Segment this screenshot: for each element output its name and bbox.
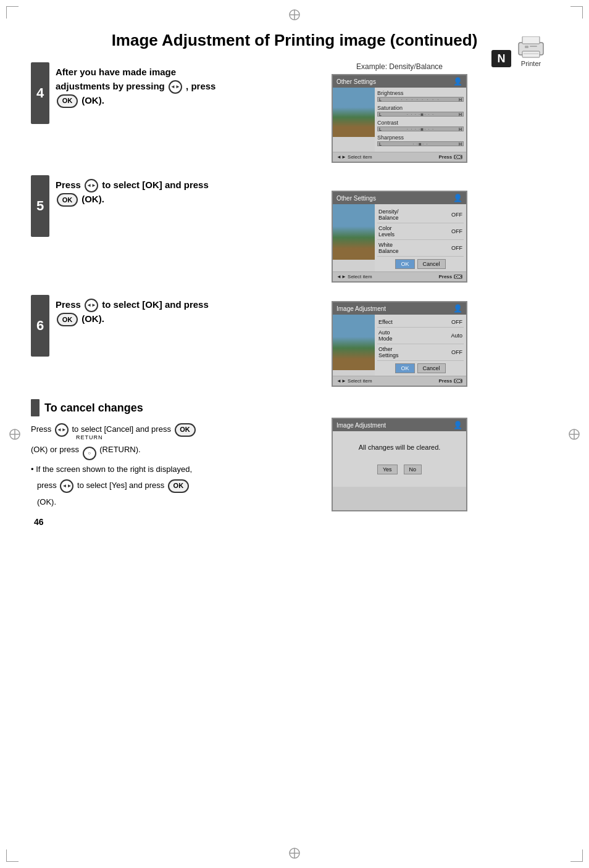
screen-density-header: Other Settings 👤 <box>333 75 466 88</box>
cancel-right: Image Adjustment 👤 All changes will be c… <box>241 399 558 511</box>
cancel-text4: (RETURN). <box>99 444 140 453</box>
footer-select: ◄► Select item <box>336 154 372 160</box>
cancel-bullet1-text: If the screen shown to the right is disp… <box>36 465 192 474</box>
step5-container: 5 Press ◄► to select [OK] and press OK (… <box>31 175 558 283</box>
screen-cancel-header: Image Adjustment 👤 <box>333 419 466 431</box>
photo-thumbnail3 <box>333 315 375 370</box>
cancel-confirm-buttons: Yes No <box>377 465 422 474</box>
cancel-section: To cancel changes Press ◄► to select [Ca… <box>31 399 558 511</box>
step6: 6 Press ◄► to select [OK] and press OK (… <box>31 295 228 357</box>
nav-button-cancel2[interactable]: ◄► <box>60 479 73 493</box>
footer-press-ok: Press OK <box>438 154 462 160</box>
cancel-heading: To cancel changes <box>31 399 228 416</box>
screen-other-settings2: Other Settings 👤 Density/Balance OFF Col… <box>332 191 467 283</box>
nav-button-cancel[interactable]: ◄► <box>55 423 69 437</box>
contrast-row: Contrast L · · · ·■· · · H <box>377 120 464 131</box>
cancel-text3: (OK) or press <box>31 444 79 453</box>
corner-mark-br <box>570 849 583 862</box>
cancel-left: To cancel changes Press ◄► to select [Ca… <box>31 399 228 511</box>
nav-button-step4[interactable]: ◄► <box>169 80 182 94</box>
step6-screen-area: Image Adjustment 👤 Effect OFF AutoMode A… <box>241 295 558 387</box>
ok-menu-btn3[interactable]: OK <box>395 363 414 373</box>
saturation-row: Saturation L · · · ·■· · · H <box>377 105 464 117</box>
step5: 5 Press ◄► to select [OK] and press OK (… <box>31 175 228 237</box>
auto-mode-row: AutoMode Auto <box>377 328 464 344</box>
ok-button-step4[interactable]: OK <box>57 94 78 108</box>
screen-other-settings2-body: Density/Balance OFF ColorLevels OFF Whit… <box>333 204 466 271</box>
footer-press-ok2: Press OK <box>438 274 462 279</box>
footer-select3: ◄► Select item <box>336 378 372 384</box>
step6-line2: to select [OK] and press <box>102 299 209 310</box>
cancel-menu-btn3[interactable]: Cancel <box>417 363 446 373</box>
step6-text: Press ◄► to select [OK] and press OK (OK… <box>56 295 228 326</box>
screen-other-settings2-title: Other Settings <box>336 195 376 202</box>
menu-buttons3: OK Cancel <box>377 363 464 373</box>
step4-line3: , press <box>186 81 215 91</box>
screen-other-settings2-header: Other Settings 👤 <box>333 192 466 204</box>
screen-img-adj-title: Image Adjustment <box>336 305 386 312</box>
step4-container: 4 After you have made image adjustments … <box>31 62 558 163</box>
step4: 4 After you have made image adjustments … <box>31 62 228 124</box>
step4-screen-area: Example: Density/Balance Other Settings … <box>241 62 558 163</box>
ok-button-cancel[interactable]: OK <box>175 423 196 437</box>
svg-rect-15 <box>525 46 528 48</box>
other-settings-row: OtherSettings OFF <box>377 344 464 361</box>
step4-text: After you have made image adjustments by… <box>56 62 228 108</box>
person-icon3: 👤 <box>453 304 462 313</box>
ok-button-cancel2[interactable]: OK <box>168 479 189 493</box>
corner-mark-bl <box>6 849 19 862</box>
nav-button-step6[interactable]: ◄► <box>85 299 98 312</box>
example-label: Example: Density/Balance <box>356 62 443 71</box>
step4-line2: adjustments by pressing <box>56 81 167 91</box>
svg-rect-16 <box>530 46 537 47</box>
step6-container: 6 Press ◄► to select [OK] and press OK (… <box>31 295 558 387</box>
cancel-bullet2: press <box>37 481 57 490</box>
ok-menu-btn[interactable]: OK <box>395 259 414 269</box>
screen-img-adj-header: Image Adjustment 👤 <box>333 302 466 315</box>
step5-number: 5 <box>31 175 49 237</box>
nav-button-step5[interactable]: ◄► <box>85 179 98 192</box>
step5-line2: to select [OK] and press <box>102 180 209 190</box>
screen-image-adjustment: Image Adjustment 👤 Effect OFF AutoMode A… <box>332 301 467 387</box>
printer-icon <box>516 36 546 59</box>
screen-density-footer: ◄► Select item Press OK <box>333 152 466 162</box>
page-number: 46 <box>34 517 44 527</box>
screen-cancel-confirm: Image Adjustment 👤 All changes will be c… <box>332 418 467 511</box>
svg-rect-13 <box>522 36 540 44</box>
step5-line3: (OK). <box>81 194 104 204</box>
yes-button[interactable]: Yes <box>377 465 398 474</box>
no-button[interactable]: No <box>404 465 422 474</box>
color-levels-row: ColorLevels OFF <box>377 223 464 240</box>
screen-img-adj-footer: ◄► Select item Press OK <box>333 376 466 386</box>
cancel-bar <box>31 399 40 416</box>
ok-button-step5[interactable]: OK <box>57 193 78 207</box>
cancel-text: Press ◄► to select [Cancel] and press OK… <box>31 423 228 509</box>
settings-area: Brightness L · · · · · · · · H Saturatio… <box>375 88 466 152</box>
cancel-title: To cancel changes <box>44 402 143 415</box>
sharpness-row: Sharpness L · ·■· · H <box>377 134 464 146</box>
step4-line1: After you have made image <box>56 67 176 77</box>
step5-text: Press ◄► to select [OK] and press OK (OK… <box>56 175 228 207</box>
density-balance-row: Density/Balance OFF <box>377 207 464 223</box>
reg-mark-bottom <box>287 846 302 861</box>
page-title: Image Adjustment of Printing image (cont… <box>31 31 558 50</box>
step4-line4: (OK). <box>81 95 104 105</box>
cancel-menu-btn[interactable]: Cancel <box>417 259 446 269</box>
return-button[interactable]: ○ <box>83 447 96 460</box>
menu-buttons2: OK Cancel <box>377 259 464 269</box>
screen-other-settings2-footer: ◄► Select item Press OK <box>333 271 466 281</box>
svg-rect-14 <box>522 51 540 57</box>
footer-select2: ◄► Select item <box>336 274 372 279</box>
person-icon: 👤 <box>453 77 462 86</box>
menu-area3: Effect OFF AutoMode Auto OtherSettings O… <box>375 315 466 376</box>
person-icon2: 👤 <box>453 194 462 202</box>
header-icons: N Printer <box>491 34 546 67</box>
ok-button-step6[interactable]: OK <box>57 313 78 326</box>
return-wrapper: RETURN ○ <box>81 439 98 461</box>
cancel-confirm-body: All changes will be cleared. Yes No <box>333 431 466 487</box>
person-icon4: 👤 <box>453 421 462 429</box>
effect-row: Effect OFF <box>377 317 464 328</box>
footer-press-ok3: Press OK <box>438 378 462 384</box>
brightness-row: Brightness L · · · · · · · · H <box>377 90 464 102</box>
cancel-text1: Press <box>31 424 51 434</box>
